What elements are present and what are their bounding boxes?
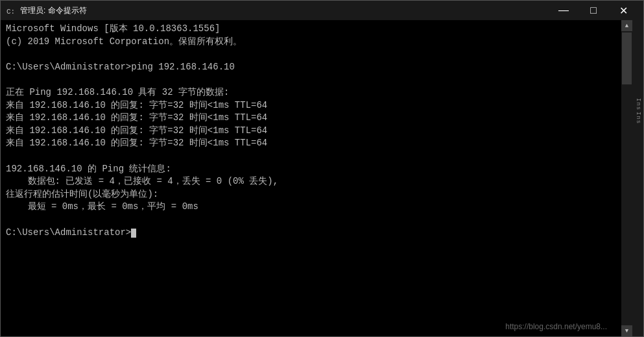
window-title: 管理员: 命令提示符 — [20, 5, 549, 16]
minimize-button[interactable]: — — [549, 1, 578, 20]
scrollbar-thumb[interactable] — [622, 32, 632, 84]
cmd-icon: C: — [6, 5, 16, 16]
window-controls: — □ ✕ — [549, 1, 638, 20]
scroll-down-arrow[interactable]: ▼ — [621, 325, 632, 336]
watermark: https://blog.csdn.net/yemu8... — [505, 322, 607, 331]
ins-label-top: Ins — [635, 98, 641, 110]
side-labels: Ins Ins — [635, 20, 641, 124]
svg-text:C:: C: — [6, 8, 15, 16]
terminal[interactable]: Microsoft Windows [版本 10.0.18363.1556] (… — [1, 20, 621, 336]
scrollbar-track[interactable] — [621, 31, 632, 325]
terminal-output: Microsoft Windows [版本 10.0.18363.1556] (… — [6, 23, 616, 239]
close-button[interactable]: ✕ — [608, 1, 638, 20]
ins-label-bottom: Ins — [635, 112, 641, 124]
content-area: Microsoft Windows [版本 10.0.18363.1556] (… — [1, 20, 643, 336]
scrollbar-right[interactable]: ▲ ▼ — [621, 20, 632, 336]
cmd-window: C: 管理员: 命令提示符 — □ ✕ Microsoft Windows [版… — [0, 0, 644, 337]
scroll-up-arrow[interactable]: ▲ — [621, 20, 632, 31]
side-labels-panel: Ins Ins — [632, 20, 643, 336]
title-bar: C: 管理员: 命令提示符 — □ ✕ — [1, 1, 643, 20]
maximize-button[interactable]: □ — [578, 1, 608, 20]
